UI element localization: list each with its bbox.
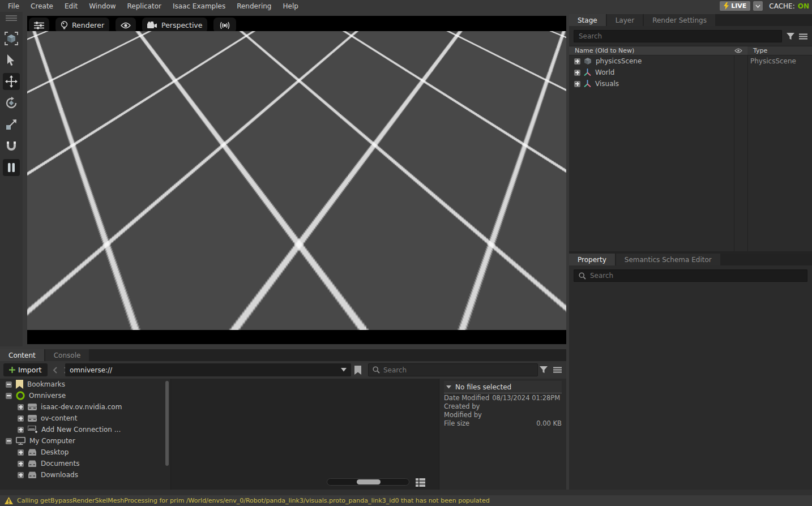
broadcast-button[interactable]: [213, 18, 236, 33]
expand-icon[interactable]: [18, 404, 24, 410]
tree-item-label[interactable]: Downloads: [41, 471, 78, 479]
live-button[interactable]: LIVE: [720, 1, 750, 11]
right-panel: StageLayerRender Settings Name (Old to N…: [569, 14, 812, 490]
drag-handle-tool[interactable]: [0, 12, 23, 24]
content-tab-content[interactable]: Content: [0, 349, 44, 361]
menu-isaac-examples[interactable]: Isaac Examples: [167, 1, 231, 11]
cache-label: CACHE:: [769, 2, 794, 10]
tree-item-label[interactable]: ov-content: [41, 414, 77, 422]
menu-file[interactable]: File: [2, 1, 25, 11]
expand-icon[interactable]: [6, 393, 12, 399]
tree-item-omniverse[interactable]: Omniverse: [0, 390, 170, 401]
tree-item-label[interactable]: Bookmarks: [27, 380, 65, 388]
viewport-settings-button[interactable]: [29, 18, 49, 33]
tree-item-documents[interactable]: Documents: [0, 458, 170, 469]
filter-icon[interactable]: [540, 366, 548, 374]
menu-create[interactable]: Create: [25, 1, 59, 11]
back-button[interactable]: [51, 367, 59, 374]
snap-icon: [6, 140, 17, 152]
rotate-tool[interactable]: [0, 92, 23, 114]
options-menu-icon[interactable]: [799, 33, 807, 40]
expand-icon[interactable]: [574, 81, 580, 87]
tree-item-add-new-connection-[interactable]: Add New Connection ...: [0, 424, 170, 435]
thumbnail-zoom-slider[interactable]: [327, 478, 409, 486]
scrollbar[interactable]: [165, 381, 169, 466]
prim-name[interactable]: physicsScene: [596, 57, 642, 65]
tree-item-label[interactable]: Add New Connection ...: [41, 426, 121, 434]
tree-item-label[interactable]: isaac-dev.ov.nvidia.com: [41, 403, 122, 411]
tree-item-ov-content[interactable]: ov-content: [0, 413, 170, 424]
expand-icon[interactable]: [18, 461, 24, 467]
visibility-button[interactable]: [116, 18, 136, 33]
grid-view-icon[interactable]: [416, 478, 425, 487]
path-dropdown-icon[interactable]: [341, 368, 347, 372]
expand-icon[interactable]: [574, 58, 580, 65]
pause-tool[interactable]: [0, 157, 23, 178]
content-panel: ContentConsole Import omniverse:// Bookm…: [0, 349, 566, 490]
column-name[interactable]: Name (Old to New): [569, 46, 729, 55]
expand-icon[interactable]: [18, 427, 24, 433]
file-list-area[interactable]: [171, 379, 439, 490]
options-menu-icon[interactable]: [553, 367, 562, 373]
expand-icon[interactable]: [574, 70, 580, 76]
tree-item-downloads[interactable]: Downloads: [0, 469, 170, 481]
omniverse-icon: [16, 391, 25, 400]
bookmark-icon: [16, 380, 23, 389]
expand-icon[interactable]: [18, 472, 24, 478]
eye-column-icon[interactable]: [729, 46, 747, 55]
content-tab-console[interactable]: Console: [45, 349, 89, 361]
expand-icon[interactable]: [6, 438, 12, 444]
frame-select-tool[interactable]: [0, 28, 23, 49]
stage-tab-render-settings[interactable]: Render Settings: [644, 14, 715, 26]
content-toolbar: Import omniverse://: [0, 361, 566, 379]
details-header[interactable]: No files selected: [444, 381, 562, 393]
prim-name[interactable]: Visuals: [595, 80, 619, 88]
viewport-scene[interactable]: [27, 31, 566, 330]
import-button[interactable]: Import: [3, 363, 48, 376]
slider-thumb[interactable]: [357, 479, 381, 484]
menu-rendering[interactable]: Rendering: [231, 1, 277, 11]
tree-item-label[interactable]: Documents: [41, 460, 79, 468]
file-tree: Bookmarks Omniverse isaac-dev.ov.nvidia.…: [0, 379, 171, 490]
bookmark-icon[interactable]: [354, 366, 361, 375]
tree-item-isaac-dev-ov-nvidia-com[interactable]: isaac-dev.ov.nvidia.com: [0, 401, 170, 413]
menu-window[interactable]: Window: [83, 1, 121, 11]
tree-item-label[interactable]: Omniverse: [29, 392, 66, 400]
property-tab-property[interactable]: Property: [569, 254, 615, 265]
snap-tool[interactable]: [0, 135, 23, 157]
stage-row-physicsScene[interactable]: physicsScene PhysicsScene: [569, 55, 812, 67]
expand-icon[interactable]: [18, 415, 24, 422]
column-type[interactable]: Type: [747, 47, 812, 54]
tree-item-label[interactable]: Desktop: [41, 448, 69, 456]
property-search-input[interactable]: [574, 269, 807, 282]
content-search-input[interactable]: [383, 366, 514, 374]
prim-name[interactable]: World: [595, 68, 614, 76]
expand-icon[interactable]: [6, 381, 12, 388]
stage-tab-stage[interactable]: Stage: [569, 14, 606, 26]
tree-item-desktop[interactable]: Desktop: [0, 447, 170, 458]
filter-icon[interactable]: [787, 33, 794, 40]
stage-tab-layer[interactable]: Layer: [607, 14, 643, 26]
tree-item-my-computer[interactable]: My Computer: [0, 435, 170, 447]
stage-column-headers[interactable]: Name (Old to New) Type: [569, 46, 812, 55]
renderer-button[interactable]: Renderer: [55, 18, 109, 33]
expand-icon[interactable]: [18, 449, 24, 456]
live-dropdown-button[interactable]: [753, 1, 763, 11]
scale-tool[interactable]: [0, 114, 23, 135]
viewport[interactable]: Renderer Perspective: [27, 16, 566, 344]
menu-edit[interactable]: Edit: [59, 1, 83, 11]
stage-row-World[interactable]: World: [569, 67, 812, 78]
menu-help[interactable]: Help: [277, 1, 304, 11]
stage-row-Visuals[interactable]: Visuals: [569, 78, 812, 89]
move-tool[interactable]: [0, 71, 23, 92]
content-search[interactable]: [368, 363, 538, 376]
stage-tabbar: StageLayerRender Settings: [569, 14, 812, 26]
menu-replicator[interactable]: Replicator: [122, 1, 167, 11]
tree-item-bookmarks[interactable]: Bookmarks: [0, 379, 170, 390]
stage-search-input[interactable]: [574, 30, 782, 42]
camera-button[interactable]: Perspective: [142, 18, 207, 33]
path-field[interactable]: omniverse://: [65, 363, 351, 376]
select-tool[interactable]: [0, 49, 23, 71]
tree-item-label[interactable]: My Computer: [29, 437, 75, 445]
property-tab-semantics-schema-editor[interactable]: Semantics Schema Editor: [616, 254, 720, 265]
